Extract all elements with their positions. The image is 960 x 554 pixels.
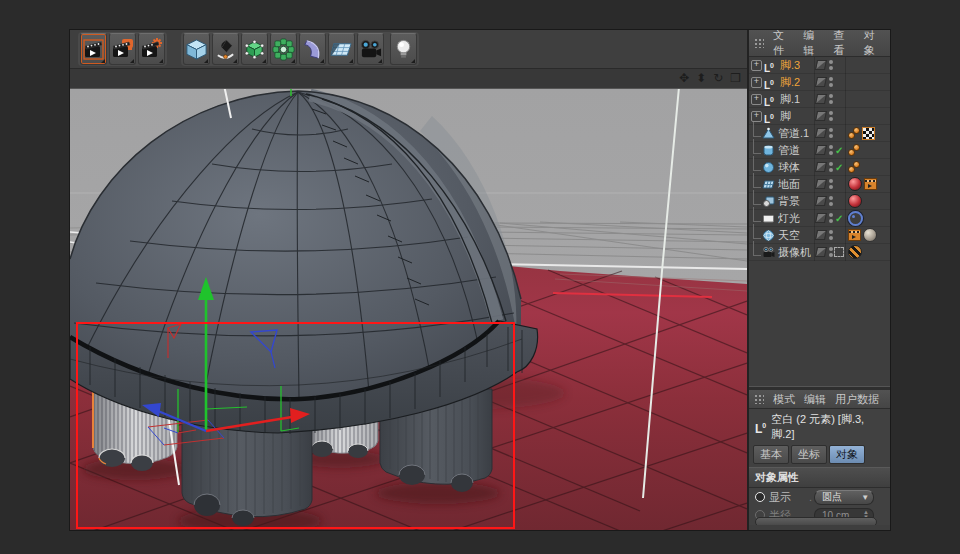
tab-object[interactable]: 对象	[829, 445, 865, 464]
layer-icon[interactable]	[815, 196, 827, 206]
layer-icon[interactable]	[815, 247, 827, 257]
render-picture-viewer-button[interactable]	[109, 33, 136, 65]
visibility-dots[interactable]	[829, 162, 833, 172]
selected-object-title: 空白 (2 元素) [脚.3, 脚.2]	[771, 412, 884, 442]
visibility-dots[interactable]	[829, 179, 833, 189]
object-row[interactable]: 管道.1	[749, 125, 890, 142]
layer-icon[interactable]	[815, 128, 827, 138]
light-object-icon	[762, 212, 775, 225]
viewport-canvas[interactable]	[70, 89, 747, 530]
layer-icon[interactable]	[815, 77, 827, 87]
visibility-dots[interactable]	[829, 230, 833, 240]
visibility-dots[interactable]	[829, 128, 833, 138]
sky-object-icon	[762, 229, 775, 242]
visibility-dots[interactable]	[829, 60, 833, 70]
object-row[interactable]: 管道 ✓	[749, 142, 890, 159]
layer-icon[interactable]	[815, 230, 827, 240]
viewport-pan-icon[interactable]: ✥	[679, 71, 689, 86]
phong-tag[interactable]	[848, 144, 860, 156]
viewport-titlebar: ✥ ⬍ ↻ ❒	[70, 69, 747, 89]
enabled-check-icon[interactable]: ✓	[835, 162, 843, 173]
light-button[interactable]	[390, 33, 417, 65]
cube-primitive-icon	[185, 38, 208, 61]
visibility-dots[interactable]	[829, 247, 833, 257]
visibility-dots[interactable]	[829, 111, 833, 121]
layer-icon[interactable]	[815, 145, 827, 155]
drag-handle-icon[interactable]	[754, 394, 764, 404]
object-row[interactable]: 球体 ✓	[749, 159, 890, 176]
visibility-dots[interactable]	[829, 94, 833, 104]
layer-icon[interactable]	[815, 94, 827, 104]
object-row[interactable]: + L0 脚.2	[749, 74, 890, 91]
subdivision-surface-button[interactable]	[241, 33, 268, 65]
object-row[interactable]: + L0 脚	[749, 108, 890, 125]
expand-icon[interactable]: +	[751, 111, 762, 122]
camera-button[interactable]	[357, 33, 384, 65]
menu-edit[interactable]: 编辑	[803, 30, 824, 58]
keyframe-radio[interactable]	[755, 492, 765, 502]
layer-icon[interactable]	[815, 162, 827, 172]
render-settings-icon	[140, 37, 164, 61]
visibility-dots[interactable]	[829, 196, 833, 206]
phong-tag[interactable]	[848, 161, 860, 173]
viewport-maximize-icon[interactable]: ❒	[730, 71, 741, 86]
menu-user-data[interactable]: 用户数据	[835, 392, 879, 407]
deformer-button[interactable]	[299, 33, 326, 65]
modifier-button[interactable]	[270, 33, 297, 65]
protection-tag[interactable]	[848, 245, 862, 259]
spline-pen-button[interactable]	[212, 33, 239, 65]
floor-button[interactable]	[328, 33, 355, 65]
expand-icon[interactable]: +	[751, 77, 762, 88]
render-view-button[interactable]	[80, 33, 107, 65]
viewport-zoom-icon[interactable]: ⬍	[696, 71, 706, 86]
camera-active-icon[interactable]	[834, 247, 844, 257]
expand-icon[interactable]: +	[751, 60, 762, 71]
object-row[interactable]: 灯光 ✓	[749, 210, 890, 227]
enabled-check-icon[interactable]: ✓	[835, 213, 843, 224]
phong-tag[interactable]	[848, 127, 860, 139]
tab-basic[interactable]: 基本	[753, 445, 789, 464]
layer-icon[interactable]	[815, 213, 827, 223]
render-settings-button[interactable]	[138, 33, 165, 65]
tree-branch	[753, 241, 761, 256]
tab-coordinates[interactable]: 坐标	[791, 445, 827, 464]
visibility-dots[interactable]	[829, 77, 833, 87]
viewport-rotate-icon[interactable]: ↻	[713, 71, 723, 86]
partial-property-row[interactable]	[755, 517, 877, 525]
layer-icon[interactable]	[815, 60, 827, 70]
object-row[interactable]: + L0 脚.3	[749, 57, 890, 74]
compositing-tag[interactable]	[864, 178, 877, 190]
object-row[interactable]: 地面	[749, 176, 890, 193]
object-row[interactable]: 天空	[749, 227, 890, 244]
cube-primitive-button[interactable]	[183, 33, 210, 65]
checker-texture-tag[interactable]	[862, 127, 875, 140]
red-material-tag[interactable]	[848, 177, 862, 191]
menu-object[interactable]: 对象	[864, 30, 885, 58]
red-material-tag[interactable]	[848, 194, 862, 208]
drag-handle-icon[interactable]	[754, 38, 764, 48]
visibility-dots[interactable]	[829, 213, 833, 223]
render-picture-viewer-icon	[111, 37, 135, 61]
object-row[interactable]: 背景	[749, 193, 890, 210]
layer-icon[interactable]	[815, 111, 827, 121]
texture-material-tag[interactable]	[863, 228, 877, 242]
render-button-group	[78, 32, 167, 66]
menu-file[interactable]: 文件	[773, 30, 794, 58]
target-tag[interactable]	[848, 211, 863, 226]
scene-3d	[70, 89, 747, 530]
floor-icon	[330, 38, 353, 61]
layer-icon[interactable]	[815, 179, 827, 189]
menu-mode[interactable]: 模式	[773, 392, 795, 407]
display-dropdown[interactable]: 圆点▼	[814, 490, 874, 505]
chevron-down-icon: ▼	[861, 493, 869, 502]
visibility-dots[interactable]	[829, 145, 833, 155]
object-row[interactable]: 摄像机	[749, 244, 890, 261]
compositing-tag[interactable]	[848, 229, 861, 241]
menu-edit[interactable]: 编辑	[804, 392, 826, 407]
menu-view[interactable]: 查看	[834, 30, 855, 58]
expand-icon[interactable]: +	[751, 94, 762, 105]
enabled-check-icon[interactable]: ✓	[835, 145, 843, 156]
section-object-properties[interactable]: 对象属性	[749, 467, 890, 488]
object-row[interactable]: + L0 脚.1	[749, 91, 890, 108]
object-manager-menubar: 文件 编辑 查看 对象	[749, 30, 890, 57]
